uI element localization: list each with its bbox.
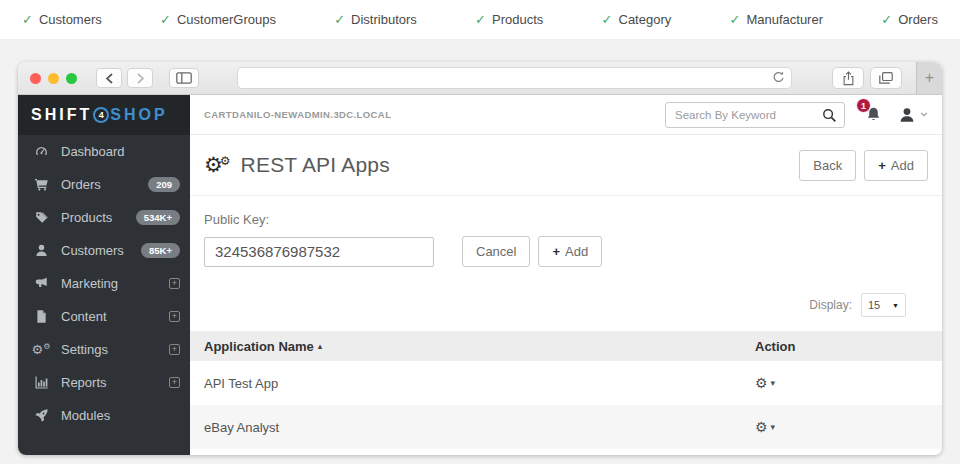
customers-count-badge: 85K+ [141, 243, 180, 258]
zoom-button[interactable] [66, 73, 77, 84]
check-label: Products [492, 12, 543, 27]
check-label: Category [619, 12, 672, 27]
check-label: CustomerGroups [177, 12, 276, 27]
products-count-badge: 534K+ [136, 210, 180, 225]
forward-nav-button[interactable] [127, 68, 153, 88]
column-header-application-name[interactable]: Application Name ▴ [190, 339, 755, 354]
sidebar-item-settings[interactable]: ⚙⚙ Settings + [18, 333, 190, 366]
check-icon: ✓ [475, 12, 486, 27]
check-icon: ✓ [334, 12, 345, 27]
app-name-cell: eBay Analyst [190, 420, 755, 435]
expand-plus-icon[interactable]: + [169, 344, 180, 355]
minimize-button[interactable] [48, 73, 59, 84]
sidebar-item-marketing[interactable]: Marketing + [18, 267, 190, 300]
share-button[interactable] [832, 67, 864, 89]
back-nav-button[interactable] [96, 68, 122, 88]
new-tab-button[interactable]: + [916, 62, 942, 95]
megaphone-icon [32, 276, 50, 291]
file-icon [32, 309, 50, 324]
sidebar-item-customers[interactable]: Customers 85K+ [18, 234, 190, 267]
sidebar-item-label: Modules [61, 408, 110, 423]
orders-count-badge: 209 [148, 177, 180, 192]
dashboard-icon [32, 144, 50, 159]
page-title-row: ⚙⚙ REST API Apps Back +Add [190, 135, 942, 196]
account-menu-button[interactable] [898, 106, 928, 124]
display-row: Display: 15 ▼ [190, 293, 942, 317]
cancel-button[interactable]: Cancel [462, 236, 530, 267]
user-icon [32, 243, 50, 258]
public-key-row: Cancel +Add [204, 236, 928, 267]
display-value: 15 [868, 299, 880, 311]
sidebar-item-orders[interactable]: Orders 209 [18, 168, 190, 201]
search-input[interactable] [666, 103, 844, 127]
close-button[interactable] [30, 73, 41, 84]
chevron-left-icon [105, 73, 114, 84]
check-icon: ✓ [730, 12, 741, 27]
table-row: eBay Analyst ⚙▾ [190, 405, 942, 449]
address-bar[interactable] [237, 67, 792, 89]
public-key-input[interactable] [204, 237, 434, 267]
add-button[interactable]: +Add [864, 150, 928, 181]
expand-plus-icon[interactable]: + [169, 278, 180, 289]
sidebar-item-label: Reports [61, 375, 107, 390]
check-item-orders: ✓Orders [881, 12, 938, 27]
account-icon [898, 106, 916, 124]
check-label: Distributors [351, 12, 417, 27]
admin-app: SHIFT 4 SHOP Dashboard Orders 209 Produc… [18, 95, 942, 455]
check-label: Customers [39, 12, 102, 27]
row-actions-button[interactable]: ⚙▾ [755, 375, 775, 391]
notification-count-badge: 1 [856, 98, 871, 113]
check-label: Orders [898, 12, 938, 27]
check-item-manufacturer: ✓Manufacturer [730, 12, 824, 27]
search-icon[interactable] [822, 108, 837, 123]
share-icon [842, 71, 855, 86]
shift4shop-logo[interactable]: SHIFT 4 SHOP [18, 95, 190, 135]
logo-digit-4: 4 [93, 107, 109, 123]
check-icon: ✓ [160, 12, 171, 27]
sidebar-item-modules[interactable]: Modules [18, 399, 190, 432]
check-item-products: ✓Products [475, 12, 543, 27]
sidebar-item-label: Orders [61, 177, 101, 192]
caret-down-icon: ▾ [771, 422, 776, 432]
check-label: Manufacturer [746, 12, 823, 27]
tabs-button[interactable] [870, 67, 902, 89]
app-name-cell: API Test App [190, 376, 755, 391]
title-actions: Back +Add [791, 150, 928, 181]
sidebar-toggle-button[interactable] [169, 68, 199, 88]
sidebar-item-products[interactable]: Products 534K+ [18, 201, 190, 234]
cart-icon [32, 177, 50, 192]
table-row: API Test App ⚙▾ [190, 361, 942, 405]
chrome-right-controls: + [832, 62, 942, 95]
display-select[interactable]: 15 ▼ [861, 293, 906, 317]
select-arrow-icon: ▼ [892, 302, 899, 309]
expand-plus-icon[interactable]: + [169, 377, 180, 388]
logo-text-shop: SHOP [110, 106, 167, 124]
sidebar-item-label: Dashboard [61, 144, 125, 159]
sidebar-item-content[interactable]: Content + [18, 300, 190, 333]
display-label: Display: [809, 298, 852, 312]
refresh-icon[interactable] [772, 70, 785, 84]
rocket-icon [32, 408, 50, 423]
sidebar-item-label: Settings [61, 342, 108, 357]
gears-icon: ⚙⚙ [32, 342, 50, 357]
sidebar-item-reports[interactable]: Reports + [18, 366, 190, 399]
back-button[interactable]: Back [799, 150, 856, 181]
logo-text-shift: SHIFT [31, 106, 92, 124]
chevron-right-icon [136, 73, 145, 84]
sidebar-item-dashboard[interactable]: Dashboard [18, 135, 190, 168]
plus-icon: + [925, 69, 934, 87]
chevron-down-icon [920, 112, 928, 117]
gear-icon: ⚙ [755, 419, 768, 435]
expand-plus-icon[interactable]: + [169, 311, 180, 322]
public-key-label: Public Key: [204, 212, 928, 227]
apps-table: Application Name ▴ Action API Test App ⚙… [190, 331, 942, 449]
sort-asc-icon: ▴ [318, 341, 323, 351]
check-item-customers: ✓Customers [22, 12, 102, 27]
keyword-search [665, 102, 845, 128]
public-key-form: Public Key: Cancel +Add [190, 196, 942, 267]
page-title: REST API Apps [241, 153, 390, 177]
notifications-button[interactable]: 1 [865, 106, 882, 123]
form-add-button[interactable]: +Add [538, 236, 602, 267]
store-domain: CARTDANILO-NEWADMIN.3DC.LOCAL [204, 109, 391, 120]
row-actions-button[interactable]: ⚙▾ [755, 419, 775, 435]
